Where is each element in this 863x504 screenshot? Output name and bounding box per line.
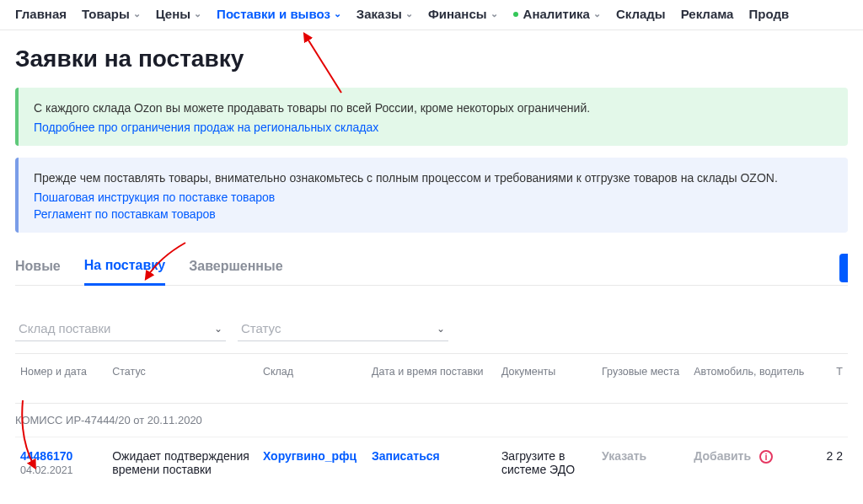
row-warehouse-link[interactable]: Хоругвино_рфц [263, 449, 356, 463]
order-id-link[interactable]: 44486170 [20, 449, 102, 463]
info-banner-instructions: Прежде чем поставлять товары, внимательн… [15, 158, 848, 233]
banner-link-instruction[interactable]: Пошаговая инструкция по поставке товаров [34, 190, 275, 204]
nav-main[interactable]: Главная [15, 7, 67, 21]
tab-supply[interactable]: На поставку [84, 251, 166, 286]
banner-text: С каждого склада Ozon вы можете продават… [34, 99, 833, 117]
col-datetime: Дата и время поставки [367, 366, 496, 378]
chevron-down-icon: ⌄ [593, 8, 601, 19]
tab-new[interactable]: Новые [15, 252, 61, 284]
nav-products[interactable]: Товары⌄ [82, 7, 141, 21]
nav-prices[interactable]: Цены⌄ [156, 7, 201, 21]
nav-promo[interactable]: Продв [748, 7, 789, 21]
nav-warehouses[interactable]: Склады [616, 7, 666, 21]
row-last: 2 2 [814, 449, 848, 463]
banner-link-regulation[interactable]: Регламент по поставкам товаров [34, 207, 216, 221]
chevron-down-icon: ⌄ [405, 8, 413, 19]
nav-finance[interactable]: Финансы⌄ [428, 7, 498, 21]
page-title: Заявки на поставку [15, 46, 848, 72]
row-cargo-action[interactable]: Указать [602, 449, 646, 463]
order-date: 04.02.2021 [20, 464, 102, 476]
info-banner-regions: С каждого склада Ozon вы можете продават… [15, 88, 848, 146]
banner-text: Прежде чем поставлять товары, внимательн… [34, 169, 833, 187]
row-signup-link[interactable]: Записаться [372, 449, 440, 463]
chevron-down-icon: ⌄ [214, 323, 222, 335]
notification-dot-icon [513, 12, 518, 17]
banner-link-regions[interactable]: Подробнее про ограничения продаж на реги… [34, 121, 378, 134]
filter-warehouse[interactable]: Склад поставки ⌄ [15, 316, 226, 341]
filters-row: Склад поставки ⌄ Статус ⌄ [15, 286, 848, 353]
chevron-down-icon: ⌄ [194, 8, 201, 19]
chevron-down-icon: ⌄ [334, 8, 341, 19]
col-cargo: Грузовые места [597, 366, 689, 378]
table-row: 44486170 04.02.2021 Ожидает подтверждени… [15, 437, 848, 488]
tab-completed[interactable]: Завершенные [189, 252, 282, 284]
nav-ads[interactable]: Реклама [681, 7, 734, 21]
filter-placeholder: Статус [241, 321, 281, 335]
nav-supply[interactable]: Поставки и вывоз⌄ [217, 7, 341, 21]
top-nav: Главная Товары⌄ Цены⌄ Поставки и вывоз⌄ … [0, 0, 863, 30]
col-documents: Документы [496, 366, 597, 378]
chevron-down-icon: ⌄ [133, 8, 141, 19]
info-icon[interactable]: i [759, 450, 773, 464]
col-car: Автомобиль, водитель [689, 366, 814, 378]
table-header: Номер и дата Статус Склад Дата и время п… [15, 353, 848, 404]
chevron-down-icon: ⌄ [490, 8, 498, 19]
col-warehouse: Склад [258, 366, 367, 378]
table-group-label: КОМИСС ИР-47444/20 от 20.11.2020 [15, 404, 848, 437]
row-documents: Загрузите в системе ЭДО [496, 449, 597, 476]
tabs: Новые На поставку Завершенные [15, 251, 848, 286]
row-status: Ожидает подтверждения времени поставки [107, 449, 258, 476]
col-status: Статус [107, 366, 258, 378]
chevron-down-icon: ⌄ [437, 323, 445, 335]
primary-action-button[interactable] [839, 254, 848, 282]
filter-status[interactable]: Статус ⌄ [238, 316, 448, 341]
nav-analytics[interactable]: Аналитика⌄ [513, 7, 601, 21]
filter-placeholder: Склад поставки [19, 321, 111, 335]
row-car-action[interactable]: Добавить [694, 449, 751, 463]
col-number: Номер и дата [15, 366, 107, 378]
col-last: Т [814, 366, 848, 378]
nav-orders[interactable]: Заказы⌄ [356, 7, 413, 21]
